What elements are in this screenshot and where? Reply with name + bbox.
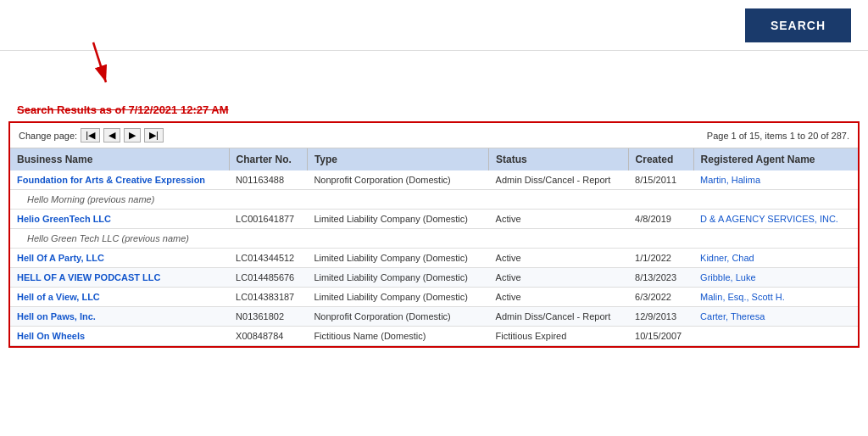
table-header-row: Business Name Charter No. Type Status Cr… (10, 148, 858, 170)
results-table: Business Name Charter No. Type Status Cr… (10, 148, 858, 346)
table-row: Helio GreenTech LLCLC001641877Limited Li… (10, 210, 858, 229)
agent-name-link[interactable]: Carter, Theresa (700, 311, 765, 321)
status-cell: Admin Diss/Cancel - Report (489, 307, 628, 327)
header-status: Status (489, 148, 628, 170)
type-cell: Limited Liability Company (Domestic) (307, 210, 488, 229)
table-row: Hell on Paws, Inc.N01361802Nonprofit Cor… (10, 307, 858, 327)
type-cell: Limited Liability Company (Domestic) (307, 268, 488, 288)
status-cell: Active (489, 210, 628, 229)
status-cell: Fictitious Expired (489, 327, 628, 346)
agent-name-link[interactable]: Gribble, Luke (700, 272, 755, 282)
arrow-svg (25, 38, 161, 89)
business-name-link[interactable]: Hell on Paws, Inc. (17, 311, 96, 321)
created-cell: 10/15/2007 (628, 327, 693, 346)
agent-name-link[interactable]: D & A AGENCY SERVICES, INC. (700, 214, 838, 224)
next-page-button[interactable]: ▶ (124, 128, 141, 143)
type-cell: Nonprofit Corporation (Domestic) (307, 170, 488, 190)
business-name-link[interactable]: Helio GreenTech LLC (17, 214, 111, 224)
created-cell: 12/9/2013 (628, 307, 693, 327)
table-row: Foundation for Arts & Creative Expressio… (10, 170, 858, 190)
created-cell: 1/1/2022 (628, 249, 693, 268)
previous-name-row: Hello Morning (previous name) (10, 190, 858, 210)
table-body: Foundation for Arts & Creative Expressio… (10, 170, 858, 346)
business-name-link[interactable]: Hell Of A Party, LLC (17, 253, 104, 263)
type-cell: Fictitious Name (Domestic) (307, 327, 488, 346)
arrow-annotation (0, 51, 868, 102)
search-results-title: Search Results as of 7/12/2021 12:27 AM (17, 103, 229, 116)
results-container: Change page: |◀ ◀ ▶ ▶| Page 1 of 15, ite… (8, 121, 860, 348)
charter-no-cell: N01163488 (229, 170, 307, 190)
pagination-bar: Change page: |◀ ◀ ▶ ▶| Page 1 of 15, ite… (10, 123, 858, 148)
created-cell: 8/13/2023 (628, 268, 693, 288)
page-info: Page 1 of 15, items 1 to 20 of 287. (707, 131, 849, 141)
agent-name-link[interactable]: Kidner, Chad (700, 253, 754, 263)
svg-line-1 (93, 42, 106, 82)
type-cell: Nonprofit Corporation (Domestic) (307, 307, 488, 327)
status-cell: Active (489, 288, 628, 307)
charter-no-cell: N01361802 (229, 307, 307, 327)
business-name-link[interactable]: HELL OF A VIEW PODCAST LLC (17, 272, 160, 282)
status-cell: Active (489, 268, 628, 288)
pagination-left: Change page: |◀ ◀ ▶ ▶| (19, 128, 164, 143)
agent-name-cell: Carter, Theresa (693, 307, 858, 327)
charter-no-cell: LC014344512 (229, 249, 307, 268)
created-cell: 8/15/2011 (628, 170, 693, 190)
agent-name-cell: Martin, Halima (693, 170, 858, 190)
header-type: Type (307, 148, 488, 170)
previous-name-cell: Hello Green Tech LLC (previous name) (10, 229, 858, 249)
charter-no-cell: LC014485676 (229, 268, 307, 288)
previous-name-row: Hello Green Tech LLC (previous name) (10, 229, 858, 249)
change-page-label: Change page: (19, 131, 77, 141)
status-cell: Active (489, 249, 628, 268)
agent-name-link[interactable]: Malin, Esq., Scott H. (700, 292, 785, 302)
header-created: Created (628, 148, 693, 170)
last-page-button[interactable]: ▶| (144, 128, 164, 143)
agent-name-cell (693, 327, 858, 346)
type-cell: Limited Liability Company (Domestic) (307, 249, 488, 268)
agent-name-cell: Kidner, Chad (693, 249, 858, 268)
created-cell: 4/8/2019 (628, 210, 693, 229)
status-cell: Admin Diss/Cancel - Report (489, 170, 628, 190)
pagination-right: Page 1 of 15, items 1 to 20 of 287. (707, 131, 849, 141)
results-header-row: Search Results as of 7/12/2021 12:27 AM (0, 102, 868, 118)
created-cell: 6/3/2022 (628, 288, 693, 307)
agent-name-link[interactable]: Martin, Halima (700, 175, 760, 185)
table-row: Hell On WheelsX00848784Fictitious Name (… (10, 327, 858, 346)
table-header: Business Name Charter No. Type Status Cr… (10, 148, 858, 170)
charter-no-cell: X00848784 (229, 327, 307, 346)
agent-name-cell: Gribble, Luke (693, 268, 858, 288)
prev-page-button[interactable]: ◀ (103, 128, 120, 143)
agent-name-cell: Malin, Esq., Scott H. (693, 288, 858, 307)
table-row: Hell of a View, LLCLC014383187Limited Li… (10, 288, 858, 307)
business-name-link[interactable]: Hell of a View, LLC (17, 292, 100, 302)
charter-no-cell: LC014383187 (229, 288, 307, 307)
business-name-link[interactable]: Foundation for Arts & Creative Expressio… (17, 175, 205, 185)
table-row: HELL OF A VIEW PODCAST LLCLC014485676Lim… (10, 268, 858, 288)
first-page-button[interactable]: |◀ (81, 128, 100, 143)
type-cell: Limited Liability Company (Domestic) (307, 288, 488, 307)
table-row: Hell Of A Party, LLCLC014344512Limited L… (10, 249, 858, 268)
business-name-link[interactable]: Hell On Wheels (17, 331, 85, 341)
charter-no-cell: LC001641877 (229, 210, 307, 229)
header-business-name: Business Name (10, 148, 229, 170)
search-button[interactable]: SEARCH (745, 8, 851, 42)
header-registered-agent: Registered Agent Name (693, 148, 858, 170)
header-charter-no: Charter No. (229, 148, 307, 170)
agent-name-cell: D & A AGENCY SERVICES, INC. (693, 210, 858, 229)
previous-name-cell: Hello Morning (previous name) (10, 190, 858, 210)
